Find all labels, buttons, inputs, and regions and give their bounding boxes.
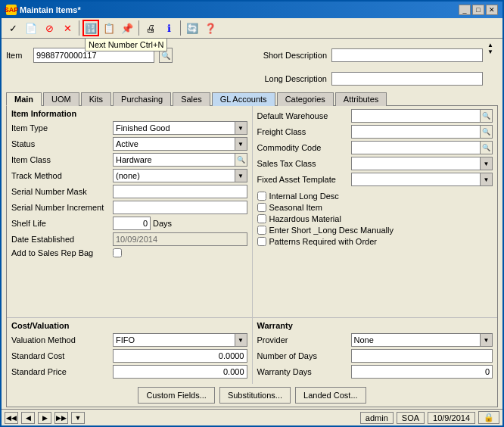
nav-first-btn[interactable]: ◀◀ [5, 412, 18, 424]
item-type-row: Item Type ▼ [11, 121, 247, 135]
sales-tax-class-arrow[interactable]: ▼ [481, 157, 493, 170]
standard-price-row: Standard Price [11, 365, 247, 379]
item-class-lookup-btn[interactable]: 🔍 [235, 153, 247, 167]
item-type-dropdown-wrapper: ▼ [113, 121, 247, 135]
title-controls: _ □ ✕ [459, 5, 498, 15]
hazardous-material-checkbox[interactable] [257, 214, 266, 223]
warranty-provider-dropdown: ▼ [351, 333, 493, 347]
warranty-provider-input[interactable] [351, 333, 481, 347]
patterns-required-row: Patterns Required with Order [257, 237, 493, 246]
commodity-code-btn[interactable]: 🔍 [481, 141, 493, 154]
next-number-toolbar-btn[interactable]: 🔢 [82, 20, 99, 36]
custom-fields-btn[interactable]: Custom Fields... [138, 387, 214, 404]
shelf-life-input[interactable] [113, 217, 151, 230]
default-warehouse-input[interactable] [351, 109, 481, 123]
sales-rep-bag-checkbox[interactable] [113, 248, 122, 257]
info-toolbar-btn[interactable]: ℹ [160, 20, 177, 36]
copy-toolbar-btn[interactable]: 📋 [101, 20, 117, 36]
serial-mask-label: Serial Number Mask [11, 187, 110, 196]
standard-cost-input[interactable] [113, 349, 247, 363]
item-class-input[interactable] [113, 153, 235, 167]
status-bar: ◀◀ ◀ ▶ ▶▶ ▼ admin SOA 10/9/2014 🔒 [2, 409, 502, 425]
status-input[interactable] [113, 137, 235, 151]
warranty-section: Warranty Provider ▼ Number of Days Wa [253, 318, 498, 384]
date-established-input[interactable] [113, 232, 247, 246]
save-toolbar-btn[interactable]: ✓ [5, 20, 21, 36]
warranty-provider-arrow[interactable]: ▼ [481, 333, 493, 347]
track-method-input[interactable] [113, 169, 235, 182]
serial-mask-input[interactable] [113, 185, 247, 198]
nav-next-btn[interactable]: ▶ [38, 412, 51, 424]
item-type-arrow[interactable]: ▼ [235, 121, 247, 135]
warranty-days-input[interactable] [351, 365, 493, 379]
tab-kits[interactable]: Kits [81, 92, 111, 106]
serial-inc-input[interactable] [113, 201, 247, 214]
enter-short-long-desc-row: Enter Short _Long Desc Manually [257, 226, 493, 235]
item-type-input[interactable] [113, 121, 235, 135]
fixed-asset-template-arrow[interactable]: ▼ [481, 173, 493, 186]
status-right: admin SOA 10/9/2014 🔒 [360, 411, 499, 424]
tab-gl-accounts[interactable]: GL Accounts [212, 92, 275, 106]
tab-attributes[interactable]: Attributes [335, 92, 387, 106]
sep3 [180, 20, 181, 36]
lower-content: Cost/Valuation Valuation Method ▼ Standa… [7, 317, 497, 384]
seasonal-item-row: Seasonal Item [257, 203, 493, 212]
short-desc-input[interactable] [331, 48, 483, 62]
action-buttons-row: Custom Fields... Substitutions... Landed… [7, 384, 497, 407]
refresh-toolbar-btn[interactable]: 🔄 [184, 20, 201, 36]
close-window-btn[interactable]: ✕ [486, 5, 498, 15]
nav-prev-btn[interactable]: ◀ [21, 412, 35, 424]
new-toolbar-btn[interactable]: 📄 [23, 20, 39, 36]
print-toolbar-btn[interactable]: 🖨 [142, 20, 159, 36]
standard-cost-row: Standard Cost [11, 349, 247, 363]
valuation-method-arrow[interactable]: ▼ [235, 333, 247, 347]
internal-long-desc-row: Internal Long Desc [257, 192, 493, 201]
minimize-btn[interactable]: _ [459, 5, 471, 15]
nav-last-btn[interactable]: ▶▶ [54, 412, 68, 424]
landed-cost-btn[interactable]: Landed Cost... [295, 387, 366, 404]
default-warehouse-btn[interactable]: 🔍 [481, 109, 493, 123]
patterns-required-label: Patterns Required with Order [269, 237, 493, 246]
item-type-label: Item Type [11, 123, 110, 132]
track-method-arrow[interactable]: ▼ [235, 169, 247, 182]
freight-class-btn[interactable]: 🔍 [481, 125, 493, 139]
fixed-asset-template-dropdown: ▼ [351, 173, 493, 186]
tab-main[interactable]: Main [6, 92, 42, 106]
commodity-code-row: Commodity Code 🔍 [257, 141, 493, 154]
hazardous-material-label: Hazardous Material [269, 214, 493, 223]
paste-toolbar-btn[interactable]: 📌 [119, 20, 135, 36]
maximize-btn[interactable]: □ [472, 5, 484, 15]
fixed-asset-template-label: Fixed Asset Template [257, 175, 348, 184]
tab-uom[interactable]: UOM [43, 92, 79, 106]
fixed-asset-template-input[interactable] [351, 173, 481, 186]
delete-toolbar-btn[interactable]: ⊘ [41, 20, 58, 36]
tab-sales[interactable]: Sales [173, 92, 210, 106]
scroll-up-btn[interactable]: ▲ [487, 42, 498, 48]
internal-long-desc-checkbox[interactable] [257, 192, 266, 201]
sales-tax-class-input[interactable] [351, 157, 481, 170]
title-bar: SAP Maintain Items* _ □ ✕ [2, 2, 502, 18]
status-left: ◀◀ ◀ ▶ ▶▶ ▼ [5, 412, 85, 424]
long-desc-input[interactable] [331, 72, 483, 86]
valuation-method-row: Valuation Method ▼ [11, 333, 247, 347]
tab-categories[interactable]: Categories [277, 92, 334, 106]
commodity-code-input[interactable] [351, 141, 481, 154]
standard-price-input[interactable] [113, 365, 247, 379]
item-row: Item 🔍 Short Description ▲ ▼ [2, 39, 502, 72]
help-toolbar-btn[interactable]: ❓ [202, 20, 219, 36]
freight-class-input[interactable] [351, 125, 481, 139]
substitutions-btn[interactable]: Substitutions... [219, 387, 291, 404]
freight-class-lookup: 🔍 [351, 125, 493, 139]
number-of-days-input[interactable] [351, 349, 493, 363]
enter-short-long-desc-checkbox[interactable] [257, 226, 266, 235]
valuation-method-input[interactable] [113, 333, 235, 347]
status-arrow[interactable]: ▼ [235, 137, 247, 151]
scroll-down-btn[interactable]: ▼ [487, 48, 498, 55]
item-label: Item [6, 51, 29, 60]
filter-btn[interactable]: ▼ [71, 412, 85, 424]
item-class-lookup: 🔍 [113, 153, 247, 167]
tab-purchasing[interactable]: Purchasing [113, 92, 171, 106]
seasonal-item-checkbox[interactable] [257, 203, 266, 212]
close-toolbar-btn[interactable]: ✕ [59, 20, 76, 36]
patterns-required-checkbox[interactable] [257, 237, 266, 246]
